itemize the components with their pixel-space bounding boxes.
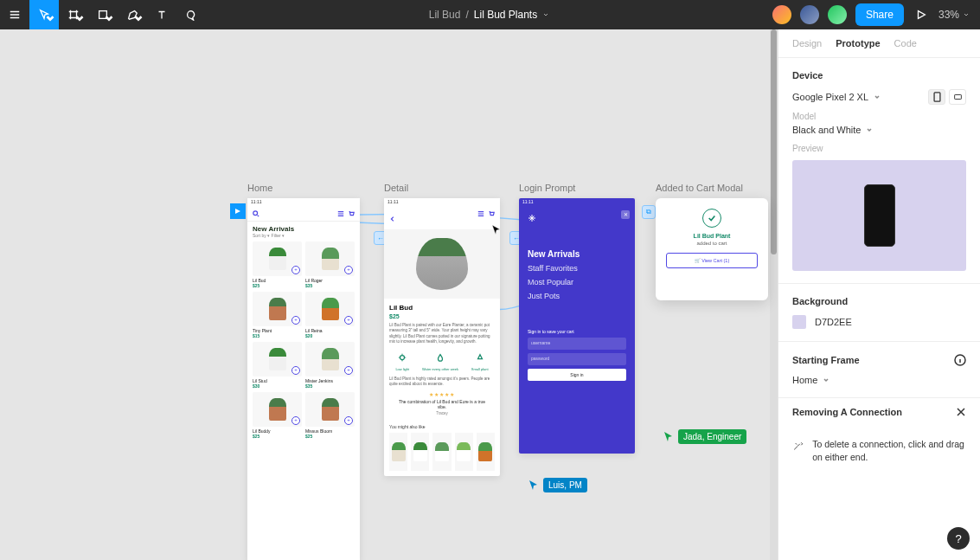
close-icon[interactable] [956, 407, 966, 417]
form-label: Sign in to save your cart [528, 329, 626, 334]
svg-point-1 [253, 211, 258, 216]
product-card: Missus Bloom$25 [305, 392, 355, 439]
product-price: $25 [253, 434, 302, 439]
product-image [253, 241, 302, 276]
home-header [247, 207, 360, 222]
review-text: The combination of Lil Bud and Eore is a… [389, 397, 495, 411]
text-tool[interactable] [147, 0, 176, 29]
hero-image [384, 229, 500, 299]
section-title: Background [792, 296, 966, 306]
cart-icon [348, 210, 355, 217]
menu-button[interactable] [0, 0, 29, 29]
file-title[interactable]: Lil Bud / Lil Bud Plants [206, 9, 772, 21]
color-value: D7D2EE [815, 317, 852, 327]
preview-label: Preview [792, 144, 966, 153]
help-button[interactable]: ? [947, 527, 970, 550]
zoom-dropdown[interactable]: 33% [938, 9, 970, 21]
device-preview [792, 160, 966, 271]
frame-label[interactable]: Added to Cart Modal [656, 183, 743, 193]
ymal-row [384, 433, 500, 476]
scrollbar[interactable] [770, 29, 778, 560]
frame-tool[interactable] [59, 0, 88, 29]
color-swatch[interactable] [792, 315, 806, 329]
collaborator-cursor: Luis, PM [528, 478, 587, 492]
avatar[interactable] [800, 5, 819, 24]
tip-header: Removing A Connection [778, 398, 980, 426]
tab-code[interactable]: Code [894, 38, 917, 48]
username-input: username [528, 338, 626, 350]
product-price: $25 [305, 434, 355, 439]
back-connection-icon[interactable]: ⧉ [642, 205, 656, 219]
tab-design[interactable]: Design [792, 38, 822, 48]
frame-cart-modal[interactable]: Added to Cart Modal Lil Bud Plant added … [656, 198, 768, 300]
frame-label[interactable]: Detail [384, 183, 408, 193]
pen-tool[interactable] [118, 0, 147, 29]
product-image [305, 392, 355, 427]
flow-start-badge[interactable] [230, 203, 246, 219]
avatar[interactable] [828, 5, 847, 24]
nav-item: Most Popular [528, 275, 626, 289]
close-icon[interactable]: ✕ [621, 210, 630, 219]
product-image [253, 292, 302, 326]
check-icon [702, 209, 721, 228]
starting-frame-section: Starting Frame Home [778, 342, 980, 398]
product-card: Lil Reina$20 [305, 292, 355, 338]
canvas[interactable]: ← ← ⧉ Home 11:11 New Arrivals Sort by ▾ … [0, 29, 778, 560]
product-image [305, 292, 355, 326]
product-image [305, 241, 355, 276]
svg-point-2 [400, 356, 405, 360]
product-price: $35 [305, 283, 355, 288]
comment-tool[interactable] [176, 0, 206, 29]
product-card: Lil Bud$25 [253, 241, 302, 288]
avatar[interactable] [772, 5, 791, 24]
present-button[interactable] [913, 0, 930, 29]
status-bar: 11:11 [247, 198, 360, 207]
back-icon [389, 216, 396, 222]
tip-body: To delete a connection, click and drag o… [778, 426, 980, 475]
product-card: Tiny Plant$15 [253, 292, 302, 338]
share-button[interactable]: Share [855, 3, 904, 26]
frame-detail[interactable]: Detail 11:11 Lil Bud $25 Lil Bud Plant i… [384, 198, 500, 476]
starting-frame-dropdown[interactable]: Home [792, 375, 966, 385]
page-title: New Arrivals [247, 222, 360, 233]
collaborator-cursor: Jada, Engineer [663, 429, 746, 444]
orientation-portrait[interactable] [928, 89, 945, 105]
orientation-landscape[interactable] [949, 89, 966, 105]
signin-button: Sign in [528, 369, 626, 381]
move-tool[interactable] [29, 0, 59, 29]
product-name: Lil Bud [389, 304, 495, 312]
panel-tabs: Design Prototype Code [778, 29, 980, 58]
product-price: $15 [253, 333, 302, 338]
model-dropdown[interactable]: Black and White [792, 125, 966, 135]
ymal-label: You might also like [384, 421, 500, 433]
menu-icon [337, 210, 344, 217]
product-price: $20 [305, 333, 355, 338]
nav-item: Staff Favorites [528, 261, 626, 275]
product-card: Mister Jenkins$35 [305, 342, 355, 389]
svg-rect-4 [954, 94, 961, 99]
size-icon [476, 353, 484, 362]
product-card: Lil Buddy$25 [253, 392, 302, 439]
background-color[interactable]: D7D2EE [792, 315, 966, 329]
frame-home[interactable]: Home 11:11 New Arrivals Sort by ▾ Filter… [247, 198, 360, 560]
section-title: Starting Frame [792, 355, 860, 365]
product-card: Lil Roger$35 [305, 241, 355, 288]
device-dropdown[interactable]: Google Pixel 2 XL [792, 92, 881, 102]
view-cart-button: 🛒 View Cart (1) [666, 253, 758, 268]
info-icon[interactable] [954, 354, 966, 366]
background-section: Background D7D2EE [778, 284, 980, 342]
cart-icon [488, 210, 495, 217]
tip-title: Removing A Connection [792, 407, 902, 417]
properties-panel: Design Prototype Code Device Google Pixe… [778, 29, 980, 560]
shape-tool[interactable] [88, 0, 118, 29]
product-price: $30 [253, 383, 302, 389]
frame-login[interactable]: Login Prompt 11:11 ✕ New Arrivals Staff … [519, 198, 635, 454]
frame-label[interactable]: Login Prompt [519, 183, 575, 193]
menu-icon [477, 210, 484, 217]
product-card: Lil Stud$30 [253, 342, 302, 389]
frame-label[interactable]: Home [247, 183, 272, 193]
cursor-icon [490, 224, 503, 236]
cart-title: Lil Bud Plant [666, 233, 758, 239]
tab-prototype[interactable]: Prototype [836, 38, 880, 48]
water-icon [436, 353, 445, 362]
